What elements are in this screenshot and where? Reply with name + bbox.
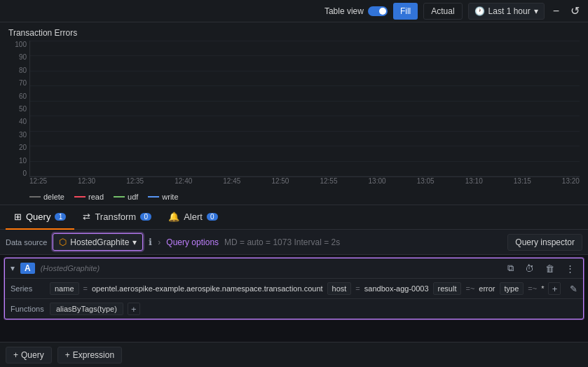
legend-item-read: read bbox=[74, 193, 104, 201]
y-label: 50 bbox=[19, 105, 27, 113]
y-label: 30 bbox=[19, 131, 27, 139]
actual-button[interactable]: Actual bbox=[423, 3, 462, 20]
tab-transform[interactable]: ⇄ Transform 0 bbox=[74, 205, 160, 230]
legend-color-write bbox=[148, 196, 159, 198]
collapse-button[interactable]: ▾ bbox=[11, 263, 15, 273]
tab-transform-label: Transform bbox=[95, 212, 136, 222]
series-host-value: sandbox-agg-0003 bbox=[364, 284, 429, 293]
series-label: Series bbox=[11, 284, 46, 293]
y-label: 10 bbox=[19, 157, 27, 165]
zoom-out-button[interactable]: − bbox=[550, 4, 562, 19]
query-editor-header: ▾ A (HostedGraphite) ⧉ ⏱ 🗑 ⋮ bbox=[5, 258, 583, 279]
add-query-label: Query bbox=[21, 350, 44, 360]
query-options-link[interactable]: Query options bbox=[166, 237, 219, 247]
series-row: Series name = opentel.aerospike-example.… bbox=[5, 279, 583, 299]
tab-query-icon: ⊞ bbox=[14, 212, 22, 222]
legend-label-read: read bbox=[88, 193, 104, 201]
y-label: 80 bbox=[19, 67, 27, 74]
add-query-button[interactable]: + Query bbox=[6, 347, 52, 363]
datasource-button[interactable]: ⬡ HostedGraphite ▾ bbox=[53, 233, 143, 251]
series-type-value: * bbox=[541, 284, 544, 293]
query-inspector-button[interactable]: Query inspector bbox=[507, 234, 582, 251]
y-label: 20 bbox=[19, 144, 27, 151]
y-label: 100 bbox=[15, 41, 27, 48]
plus-icon: + bbox=[65, 350, 70, 360]
timer-button[interactable]: ⏱ bbox=[522, 262, 537, 275]
legend-color-read bbox=[74, 196, 86, 198]
table-view-toggle: Table view bbox=[324, 6, 388, 16]
y-label: 60 bbox=[19, 92, 27, 100]
graphite-icon: ⬡ bbox=[59, 237, 67, 247]
legend-color-delete bbox=[29, 196, 41, 198]
datasource-label: Data source bbox=[6, 238, 47, 247]
refresh-button[interactable]: ↺ bbox=[568, 3, 582, 19]
function-tag[interactable]: aliasByTags(type) bbox=[50, 303, 123, 315]
plus-icon: + bbox=[13, 350, 18, 360]
query-datasource-name: (HostedGraphite) bbox=[41, 264, 100, 272]
tab-query-label: Query bbox=[26, 212, 50, 222]
delete-button[interactable]: 🗑 bbox=[542, 262, 557, 275]
series-name-value: opentel.aerospike-example.aerospike.name… bbox=[92, 284, 323, 293]
tab-query[interactable]: ⊞ Query 1 bbox=[6, 205, 74, 230]
series-name-key: name bbox=[50, 282, 79, 295]
chart-title: Transaction Errors bbox=[8, 28, 580, 38]
y-label: 70 bbox=[19, 79, 27, 87]
functions-label: Functions bbox=[11, 305, 46, 313]
query-row: Data source ⬡ HostedGraphite ▾ ℹ › Query… bbox=[0, 230, 588, 255]
legend-item-udf: udf bbox=[114, 193, 138, 201]
legend-color-udf bbox=[114, 196, 125, 198]
top-toolbar: Table view Fill Actual 🕐 Last 1 hour ▾ −… bbox=[0, 0, 588, 22]
tab-alert-badge: 0 bbox=[207, 213, 218, 221]
legend-label-write: write bbox=[162, 193, 178, 201]
chart-area: 100 90 80 70 60 50 40 30 20 10 0 bbox=[8, 41, 580, 191]
tab-transform-icon: ⇄ bbox=[83, 212, 90, 222]
more-options-button[interactable]: ⋮ bbox=[563, 262, 577, 275]
info-icon[interactable]: ℹ bbox=[149, 237, 152, 247]
series-result-value: error bbox=[479, 284, 495, 293]
legend-label-delete: delete bbox=[43, 193, 64, 201]
y-label: 90 bbox=[19, 53, 27, 61]
add-tag-button[interactable]: + bbox=[548, 282, 561, 295]
chart-container: Transaction Errors 100 90 80 70 60 50 40… bbox=[0, 22, 588, 205]
chart-plot bbox=[29, 41, 580, 177]
chevron-down-icon: ▾ bbox=[132, 237, 137, 247]
query-id-label: A bbox=[20, 263, 35, 274]
add-function-button[interactable]: + bbox=[128, 303, 140, 315]
expression-label: Expression bbox=[73, 350, 114, 360]
tab-alert-icon: 🔔 bbox=[168, 212, 179, 222]
edit-series-button[interactable]: ✎ bbox=[570, 284, 577, 294]
functions-row: Functions aliasByTags(type) + bbox=[5, 299, 583, 319]
tab-transform-badge: 0 bbox=[140, 213, 151, 221]
fill-button[interactable]: Fill bbox=[393, 3, 418, 20]
time-range-label: Last 1 hour bbox=[488, 6, 531, 16]
legend-item-write: write bbox=[148, 193, 178, 201]
time-range-picker[interactable]: 🕐 Last 1 hour ▾ bbox=[468, 3, 545, 20]
y-axis: 100 90 80 70 60 50 40 30 20 10 0 bbox=[8, 41, 29, 177]
chevron-down-icon: ▾ bbox=[534, 6, 538, 16]
legend-label-udf: udf bbox=[128, 193, 138, 201]
arrow-right-icon: › bbox=[158, 237, 160, 247]
series-result-key: result bbox=[433, 282, 462, 295]
copy-button[interactable]: ⧉ bbox=[505, 261, 517, 275]
datasource-name: HostedGraphite bbox=[70, 237, 129, 247]
table-view-switch[interactable] bbox=[368, 6, 388, 16]
grid-lines bbox=[30, 41, 580, 176]
tab-query-badge: 1 bbox=[55, 213, 66, 221]
time-icon: 🕐 bbox=[474, 6, 485, 16]
table-view-label: Table view bbox=[324, 6, 364, 16]
legend-item-delete: delete bbox=[29, 193, 64, 201]
y-label: 40 bbox=[19, 118, 27, 125]
tab-alert[interactable]: 🔔 Alert 0 bbox=[160, 205, 226, 230]
chart-legend: delete read udf write bbox=[8, 191, 580, 202]
query-meta: MD = auto = 1073 Interval = 2s bbox=[224, 237, 502, 247]
series-type-key: type bbox=[500, 282, 524, 295]
query-editor: ▾ A (HostedGraphite) ⧉ ⏱ 🗑 ⋮ Series name… bbox=[4, 258, 584, 319]
tabs-bar: ⊞ Query 1 ⇄ Transform 0 🔔 Alert 0 bbox=[0, 205, 588, 230]
add-expression-button[interactable]: + Expression bbox=[57, 347, 122, 363]
tab-alert-label: Alert bbox=[184, 212, 203, 222]
y-label: 0 bbox=[22, 169, 27, 177]
series-host-key: host bbox=[327, 282, 352, 295]
bottom-bar: + Query + Expression bbox=[0, 342, 588, 367]
x-axis: 12:25 12:30 12:35 12:40 12:45 12:50 12:5… bbox=[29, 177, 580, 191]
